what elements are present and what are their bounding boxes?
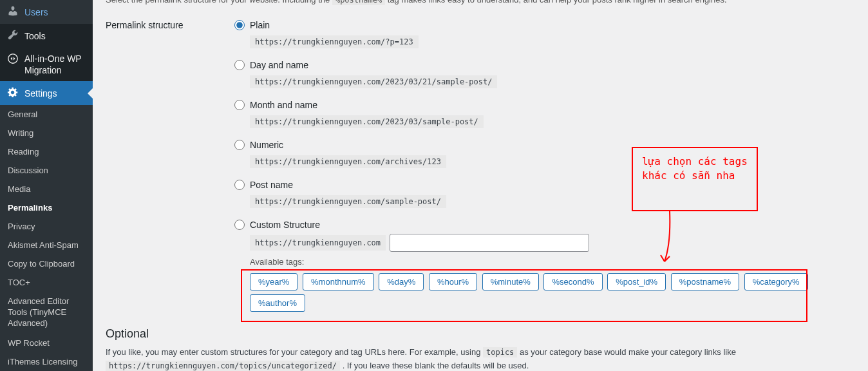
sub-item-general[interactable]: General bbox=[0, 105, 93, 124]
radio-post-name[interactable]: Post name bbox=[234, 180, 855, 190]
sidebar-label: Tools bbox=[24, 31, 46, 41]
tags-label: Available tags: bbox=[250, 257, 855, 267]
svg-point-0 bbox=[8, 54, 17, 63]
radio-label: Plain bbox=[250, 20, 270, 30]
sub-item-adv-editor[interactable]: Advanced Editor Tools (TinyMCE Advanced) bbox=[0, 292, 93, 334]
user-icon bbox=[6, 5, 19, 19]
sub-item-discussion[interactable]: Discussion bbox=[0, 161, 93, 180]
radio-numeric-input[interactable] bbox=[234, 140, 245, 150]
sidebar-label: Settings bbox=[24, 88, 57, 99]
radio-custom-input[interactable] bbox=[234, 220, 245, 230]
radio-label: Numeric bbox=[250, 140, 283, 150]
sidebar-item-settings[interactable]: Settings bbox=[0, 81, 93, 105]
sub-item-akismet[interactable]: Akismet Anti-Spam bbox=[0, 236, 93, 254]
sidebar-label: All-in-One WP Migration bbox=[24, 53, 82, 76]
sidebar-item-migration[interactable]: All-in-One WP Migration bbox=[0, 48, 93, 81]
code-numeric: https://trungkiennguyen.com/archives/123 bbox=[250, 155, 446, 168]
permalink-structure-label: Permalink structure bbox=[106, 20, 234, 316]
sub-item-reading[interactable]: Reading bbox=[0, 142, 93, 161]
radio-plain[interactable]: Plain bbox=[234, 20, 855, 30]
custom-prefix: https://trungkiennguyen.com bbox=[250, 235, 386, 251]
radio-plain-input[interactable] bbox=[234, 20, 245, 30]
sub-item-permalinks[interactable]: Permalinks bbox=[0, 198, 93, 217]
radio-month-input[interactable] bbox=[234, 100, 245, 110]
migrate-icon bbox=[6, 53, 19, 66]
sub-item-wp-rocket[interactable]: WP Rocket bbox=[0, 334, 93, 352]
tool-icon bbox=[6, 29, 19, 43]
sub-item-ithemes[interactable]: iThemes Licensing bbox=[0, 352, 93, 371]
radio-custom[interactable]: Custom Structure bbox=[234, 220, 855, 230]
sub-item-privacy[interactable]: Privacy bbox=[0, 217, 93, 236]
annotation-text: lựa chọn các tags khác có sẵn nha bbox=[642, 155, 748, 182]
sidebar-item-tools[interactable]: Tools bbox=[0, 24, 93, 48]
annotation-tags-box bbox=[241, 269, 807, 322]
code-plain: https://trungkiennguyen.com/?p=123 bbox=[250, 35, 419, 48]
sidebar-submenu: General Writing Reading Discussion Media… bbox=[0, 105, 93, 371]
sub-item-copy[interactable]: Copy to Clipboard bbox=[0, 254, 93, 273]
code-day: https://trungkiennguyen.com/2023/03/21/s… bbox=[250, 75, 497, 88]
settings-icon bbox=[6, 86, 19, 100]
sub-item-writing[interactable]: Writing bbox=[0, 124, 93, 142]
radio-label: Day and name bbox=[250, 60, 308, 70]
sub-item-media[interactable]: Media bbox=[0, 180, 93, 198]
sub-item-toc[interactable]: TOC+ bbox=[0, 273, 93, 292]
optional-title: Optional bbox=[106, 327, 855, 341]
radio-label: Month and name bbox=[250, 100, 317, 110]
radio-day-input[interactable] bbox=[234, 60, 245, 70]
intro-text: Select the permalink structure for your … bbox=[106, 0, 855, 7]
radio-post-input[interactable] bbox=[234, 180, 245, 190]
custom-structure-input[interactable] bbox=[390, 234, 589, 252]
code-month: https://trungkiennguyen.com/2023/03/samp… bbox=[250, 115, 484, 128]
sidebar-item-users[interactable]: Users bbox=[0, 0, 93, 24]
optional-desc: If you like, you may enter custom struct… bbox=[106, 346, 855, 371]
radio-label: Post name bbox=[250, 180, 293, 190]
sidebar-label: Users bbox=[24, 7, 48, 17]
annotation-text-box: lựa chọn các tags khác có sẵn nha bbox=[632, 147, 758, 211]
sidebar: Users Tools All-in-One WP Migration Sett… bbox=[0, 0, 93, 371]
code-post: https://trungkiennguyen.com/sample-post/ bbox=[250, 195, 446, 208]
radio-numeric[interactable]: Numeric bbox=[234, 140, 855, 150]
radio-month-name[interactable]: Month and name bbox=[234, 100, 855, 110]
radio-label: Custom Structure bbox=[250, 220, 320, 230]
radio-day-name[interactable]: Day and name bbox=[234, 60, 855, 70]
